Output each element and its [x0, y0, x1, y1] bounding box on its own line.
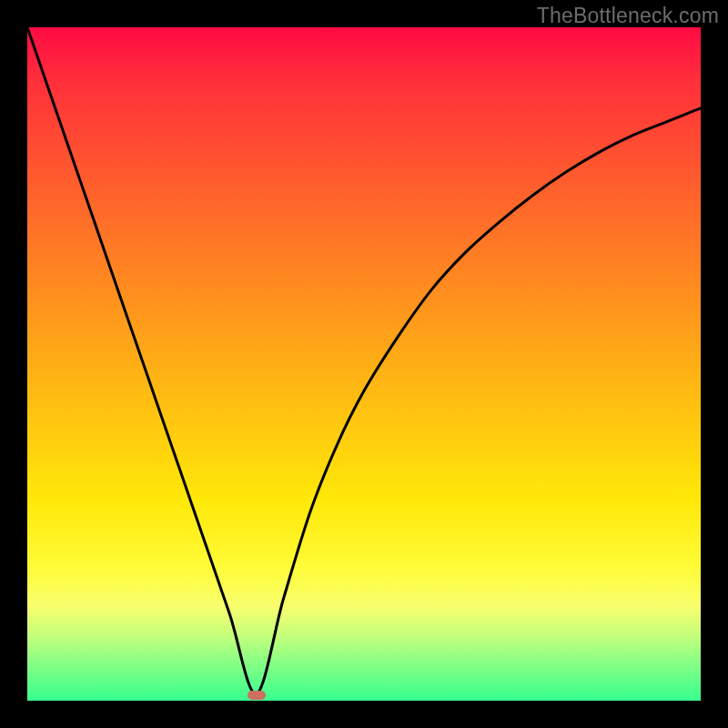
plot-area [27, 27, 701, 701]
curve-path [27, 27, 701, 694]
bottleneck-curve [27, 27, 701, 701]
watermark-text: TheBottleneck.com [537, 4, 719, 28]
chart-frame: TheBottleneck.com [0, 0, 728, 728]
minimum-marker [248, 691, 266, 700]
